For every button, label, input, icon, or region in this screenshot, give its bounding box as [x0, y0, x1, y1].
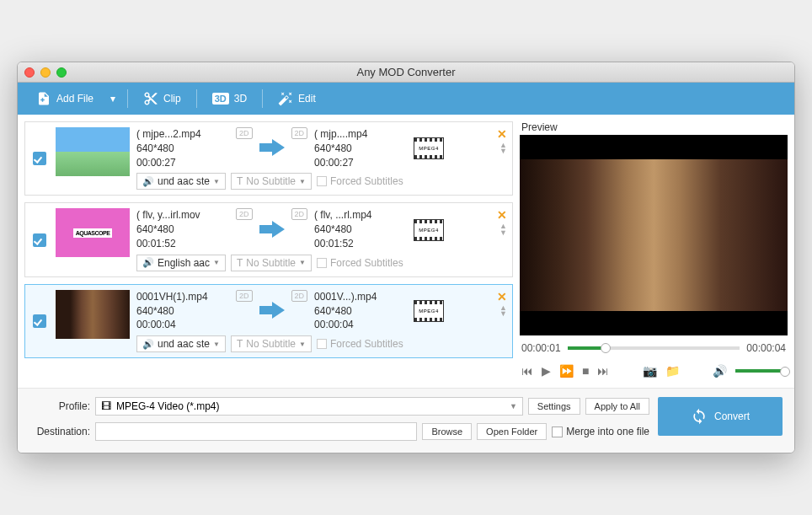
convert-button[interactable]: Convert [658, 397, 783, 436]
target-meta: ( mjp....mp4 640*480 00:00:27 [314, 127, 407, 169]
apply-all-button[interactable]: Apply to All [585, 398, 649, 415]
app-window: Any MOD Converter Add File ▾ Clip 3D 3D … [17, 62, 795, 453]
3d-button[interactable]: 3D 3D [204, 89, 255, 108]
item-checkbox[interactable] [33, 152, 46, 165]
list-item[interactable]: ( mjpe...2.mp4 640*480 00:00:27 2D 2D ( … [24, 121, 513, 196]
open-folder-icon[interactable]: 📁 [665, 364, 680, 378]
toolbar: Add File ▾ Clip 3D 3D Edit [18, 83, 794, 115]
format-icon[interactable]: MPEG4 [414, 219, 444, 241]
format-icon[interactable]: MPEG4 [414, 300, 444, 322]
volume-slider[interactable] [735, 369, 786, 373]
add-file-button[interactable]: Add File [28, 88, 102, 110]
2d-badge: 2D [236, 208, 253, 220]
preview-panel: Preview 00:00:01 00:00:04 ⏮ ▶ ⏩ ■ ⏭ 📷 📁 … [520, 121, 788, 381]
list-item[interactable]: 0001VH(1).mp4 640*480 00:00:04 2D 2D 000… [24, 284, 513, 358]
2d-badge: 2D [291, 127, 308, 139]
remove-item-button[interactable]: ✕ [497, 290, 507, 303]
audio-track-select[interactable]: 🔊und aac ste▼ [136, 173, 226, 190]
bottom-panel: Profile: 🎞 MPEG-4 Video (*.mp4) ▼ Settin… [18, 388, 794, 453]
subtitle-select[interactable]: TNo Subtitle▼ [231, 255, 312, 271]
forced-subtitles-checkbox[interactable]: Forced Subtitles [317, 257, 403, 269]
current-time: 00:00:01 [521, 342, 561, 354]
remove-item-button[interactable]: ✕ [497, 127, 507, 141]
reorder-buttons[interactable]: ▲▼ [499, 305, 507, 317]
fast-forward-button[interactable]: ⏩ [559, 364, 574, 378]
stop-button[interactable]: ■ [582, 364, 589, 378]
film-icon: 🎞 [101, 400, 111, 412]
audio-track-select[interactable]: 🔊und aac ste▼ [136, 335, 226, 352]
arrow-icon [259, 221, 285, 239]
2d-badge: 2D [291, 290, 308, 302]
browse-button[interactable]: Browse [422, 423, 472, 440]
settings-button[interactable]: Settings [528, 398, 580, 415]
refresh-icon [691, 408, 708, 425]
close-window-button[interactable] [24, 67, 35, 78]
profile-select[interactable]: 🎞 MPEG-4 Video (*.mp4) ▼ [95, 397, 523, 416]
wand-icon [278, 91, 293, 106]
open-folder-button[interactable]: Open Folder [477, 423, 547, 440]
arrow-icon [259, 139, 285, 158]
seek-bar[interactable] [568, 346, 740, 350]
reorder-buttons[interactable]: ▲▼ [499, 223, 507, 235]
add-file-icon [36, 91, 51, 106]
content-area: ( mjpe...2.mp4 640*480 00:00:27 2D 2D ( … [18, 115, 794, 388]
profile-label: Profile: [29, 400, 90, 412]
snapshot-button[interactable]: 📷 [643, 364, 657, 378]
add-file-dropdown[interactable]: ▾ [105, 93, 120, 105]
next-button[interactable]: ⏭ [597, 364, 609, 378]
total-time: 00:00:04 [746, 342, 786, 354]
preview-video[interactable] [520, 135, 788, 335]
minimize-window-button[interactable] [40, 67, 51, 78]
item-checkbox[interactable] [33, 314, 46, 328]
3d-icon: 3D [212, 93, 229, 105]
2d-badge: 2D [236, 290, 253, 302]
arrow-icon [259, 302, 285, 320]
subtitle-select[interactable]: TNo Subtitle▼ [231, 173, 312, 190]
subtitle-select[interactable]: TNo Subtitle▼ [231, 335, 312, 352]
playback-controls: ⏮ ▶ ⏩ ■ ⏭ 📷 📁 🔊 [520, 361, 788, 381]
play-button[interactable]: ▶ [542, 364, 551, 378]
window-title: Any MOD Converter [18, 66, 794, 78]
zoom-window-button[interactable] [56, 67, 67, 78]
format-icon[interactable]: MPEG4 [414, 137, 444, 159]
reorder-buttons[interactable]: ▲▼ [499, 142, 507, 154]
2d-badge: 2D [291, 208, 308, 220]
destination-input[interactable] [95, 422, 417, 441]
2d-badge: 2D [236, 127, 253, 139]
item-thumbnail[interactable] [56, 290, 130, 339]
remove-item-button[interactable]: ✕ [497, 208, 507, 222]
audio-track-select[interactable]: 🔊English aac▼ [136, 255, 226, 271]
source-meta: ( flv, y...irl.mov 640*480 00:01:52 [136, 208, 229, 250]
source-meta: ( mjpe...2.mp4 640*480 00:00:27 [136, 127, 229, 169]
file-list: ( mjpe...2.mp4 640*480 00:00:27 2D 2D ( … [24, 121, 513, 381]
titlebar: Any MOD Converter [18, 62, 794, 83]
merge-checkbox[interactable]: Merge into one file [552, 426, 649, 437]
prev-button[interactable]: ⏮ [521, 364, 533, 378]
volume-icon[interactable]: 🔊 [713, 364, 727, 378]
source-meta: 0001VH(1).mp4 640*480 00:00:04 [136, 290, 229, 332]
item-checkbox[interactable] [33, 233, 46, 247]
item-thumbnail[interactable]: AQUASCOPE [56, 208, 130, 257]
forced-subtitles-checkbox[interactable]: Forced Subtitles [317, 338, 403, 350]
target-meta: 0001V...).mp4 640*480 00:00:04 [314, 290, 407, 332]
item-thumbnail[interactable] [56, 127, 130, 176]
window-controls [24, 67, 67, 78]
target-meta: ( flv, ...rl.mp4 640*480 00:01:52 [314, 208, 407, 250]
preview-label: Preview [520, 121, 788, 133]
edit-button[interactable]: Edit [270, 88, 324, 110]
forced-subtitles-checkbox[interactable]: Forced Subtitles [317, 175, 403, 187]
destination-label: Destination: [29, 426, 90, 437]
scissors-icon [143, 91, 158, 106]
clip-button[interactable]: Clip [135, 88, 190, 110]
list-item[interactable]: AQUASCOPE ( flv, y...irl.mov 640*480 00:… [24, 202, 513, 276]
